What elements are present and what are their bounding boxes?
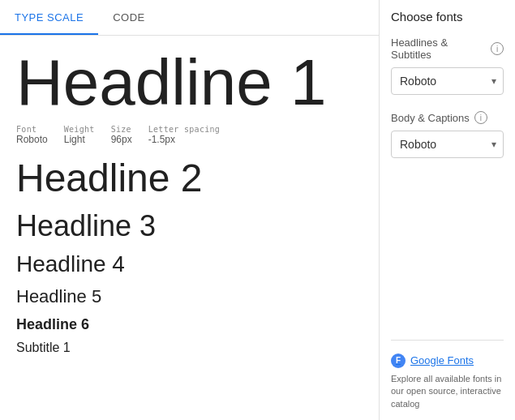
- google-fonts-description: Explore all available fonts in our open …: [391, 373, 504, 410]
- google-fonts-link[interactable]: F Google Fonts: [391, 354, 504, 368]
- letter-spacing-label: Letter spacing: [148, 125, 221, 134]
- typescale-content[interactable]: Headline 1 Font Roboto Weight Light Size…: [0, 36, 379, 420]
- meta-size: Size 96px: [111, 125, 132, 145]
- size-label: Size: [111, 125, 132, 134]
- body-label-text: Body & Captions: [391, 112, 470, 124]
- tab-type-scale[interactable]: TYPE SCALE: [0, 0, 98, 35]
- headlines-section-label: Headlines & Subtitles i: [391, 36, 504, 61]
- body-font-select[interactable]: Roboto: [391, 131, 504, 158]
- headlines-font-value: Roboto: [400, 75, 436, 88]
- meta-font: Font Roboto: [16, 125, 48, 145]
- headlines-label-text: Headlines & Subtitles: [391, 36, 486, 61]
- headlines-font-section: Headlines & Subtitles i Roboto: [391, 36, 504, 95]
- right-panel: Choose fonts Headlines & Subtitles i Rob…: [380, 0, 515, 420]
- choose-fonts-title: Choose fonts: [391, 10, 504, 24]
- meta-letter-spacing: Letter spacing -1.5px: [148, 125, 221, 145]
- google-fonts-icon: F: [391, 354, 406, 368]
- font-label: Font: [16, 125, 48, 134]
- body-font-value: Roboto: [400, 138, 436, 151]
- headlines-info-icon[interactable]: i: [491, 42, 504, 55]
- headline2-text: Headline 2: [16, 155, 363, 202]
- weight-label: Weight: [64, 125, 95, 134]
- body-section-label: Body & Captions i: [391, 111, 504, 124]
- meta-weight: Weight Light: [64, 125, 95, 145]
- google-fonts-label: Google Fonts: [410, 354, 474, 366]
- body-font-section: Body & Captions i Roboto: [391, 111, 504, 158]
- headline5-text: Headline 5: [16, 285, 363, 309]
- letter-spacing-value: -1.5px: [148, 134, 221, 145]
- headline1-text: Headline 1: [16, 47, 363, 118]
- headline1-meta: Font Roboto Weight Light Size 96px Lette…: [16, 125, 363, 145]
- tab-bar: TYPE SCALE CODE: [0, 0, 379, 36]
- left-panel: TYPE SCALE CODE Headline 1 Font Roboto W…: [0, 0, 380, 420]
- headline4-text: Headline 4: [16, 250, 363, 279]
- tab-code-label: CODE: [113, 11, 145, 24]
- body-info-icon[interactable]: i: [474, 111, 487, 124]
- weight-value: Light: [64, 134, 95, 145]
- tab-type-scale-label: TYPE SCALE: [15, 11, 84, 24]
- size-value: 96px: [111, 134, 132, 145]
- tab-code[interactable]: CODE: [98, 0, 160, 35]
- font-value: Roboto: [16, 134, 48, 145]
- headlines-font-select[interactable]: Roboto: [391, 67, 504, 95]
- headline3-text: Headline 3: [16, 208, 363, 243]
- google-fonts-section: F Google Fonts Explore all available fon…: [391, 340, 504, 410]
- headline6-text: Headline 6: [16, 315, 363, 334]
- subtitle1-text: Subtitle 1: [16, 341, 363, 355]
